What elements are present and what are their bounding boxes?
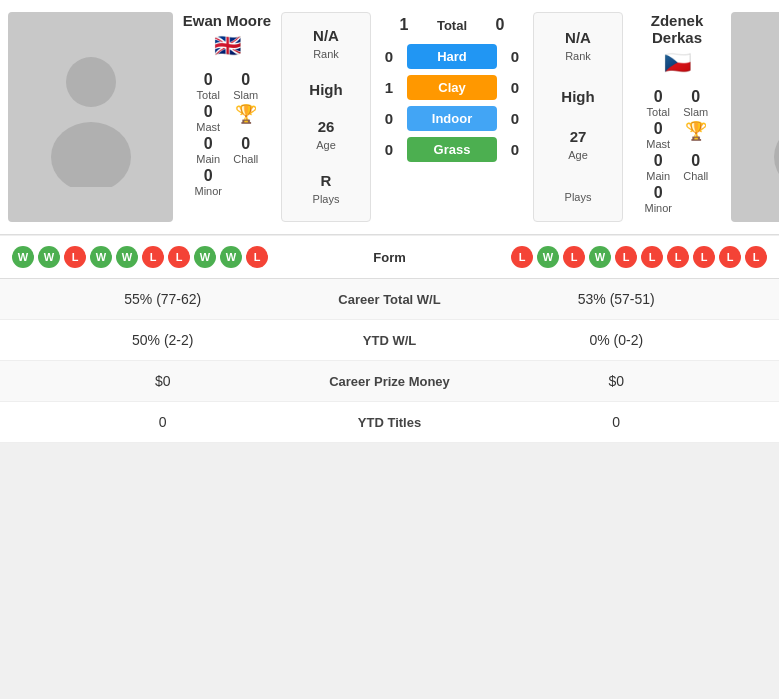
left-age-stat: 26 Age [316,118,336,153]
left-chall-label: Chall [233,153,258,165]
stats-left-0: 55% (77-62) [16,291,310,307]
surface-row-indoor: 0 Indoor 0 [379,106,525,131]
stats-right-2: $0 [470,373,764,389]
left-slam-label: Slam [233,89,258,101]
right-total-value: 0 [654,88,663,106]
surface-right-score: 0 [505,110,525,127]
left-total-label: Total [197,89,220,101]
stats-left-1: 50% (2-2) [16,332,310,348]
left-form-badge-9: L [246,246,268,268]
left-rank-value: N/A [313,27,339,44]
right-minor-cell: 0 Minor [644,184,672,214]
right-player-name: Zdenek Derkas [631,12,723,46]
right-player-info: Zdenek Derkas 🇨🇿 0 Total 0 Slam 0 Mast 🏆 [627,12,727,222]
left-middle-stats: N/A Rank High 26 Age R Plays [281,12,371,222]
right-age-stat: 27 Age [568,128,588,163]
svg-point-0 [66,57,116,107]
right-main-cell: 0 Main [644,152,672,182]
right-form-badge-0: L [511,246,533,268]
right-form-badge-2: L [563,246,585,268]
stats-row-3: 0 YTD Titles 0 [0,402,779,443]
right-mast-value: 0 [654,120,663,138]
left-age-label: Age [316,139,336,151]
left-player-info: Ewan Moore 🇬🇧 0 Total 0 Slam 0 Mast 🏆 [177,12,277,222]
right-chall-label: Chall [683,170,708,182]
left-form-badge-6: L [168,246,190,268]
stats-left-2: $0 [16,373,310,389]
right-total-cell: 0 Total [644,88,672,118]
stats-table: 55% (77-62) Career Total W/L 53% (57-51)… [0,279,779,443]
right-rank-value: N/A [565,29,591,46]
left-form-badge-0: W [12,246,34,268]
surface-row-hard: 0 Hard 0 [379,44,525,69]
stats-label-2: Career Prize Money [310,374,470,389]
left-player-stats-grid: 0 Total 0 Slam 0 Mast 🏆 0 Main [194,71,259,197]
left-main-label: Main [196,153,220,165]
right-main-value: 0 [654,152,663,170]
left-minor-cell: 0 Minor [194,167,222,197]
left-form-badge-3: W [90,246,112,268]
left-rank-label: Rank [313,48,339,60]
surface-right-score: 0 [505,48,525,65]
stats-label-1: YTD W/L [310,333,470,348]
right-form-badge-7: L [693,246,715,268]
left-form-badge-4: W [116,246,138,268]
right-high-value: High [561,88,594,105]
left-mast-label: Mast [196,121,220,133]
svg-point-3 [774,122,780,187]
surface-left-score: 0 [379,110,399,127]
left-form-badge-1: W [38,246,60,268]
left-trophy-icon: 🏆 [235,103,257,125]
left-total-value: 0 [204,71,213,89]
left-total-score: 1 [394,16,414,34]
surface-rows: 0 Hard 0 1 Clay 0 0 Indoor 0 0 Grass 0 [379,44,525,162]
right-rank-label: Rank [565,50,591,62]
stats-label-3: YTD Titles [310,415,470,430]
right-age-label: Age [568,149,588,161]
left-form-badge-8: W [220,246,242,268]
left-total-cell: 0 Total [194,71,222,101]
right-total-label: Total [647,106,670,118]
left-minor-value: 0 [204,167,213,185]
total-label: Total [422,18,482,33]
surface-row-clay: 1 Clay 0 [379,75,525,100]
left-main-cell-empty: 0 Main [194,135,222,165]
stats-right-1: 0% (0-2) [470,332,764,348]
form-section: WWLWWLLWWL Form LWLWLLLLLL [0,235,779,279]
stats-right-3: 0 [470,414,764,430]
stats-row-0: 55% (77-62) Career Total W/L 53% (57-51) [0,279,779,320]
right-form-badge-1: W [537,246,559,268]
right-form-badge-9: L [745,246,767,268]
right-chall-cell: 0 Chall [682,152,710,182]
left-player-name: Ewan Moore [183,12,271,29]
right-chall-value: 0 [691,152,700,170]
left-form-badge-2: L [64,246,86,268]
right-player-flag: 🇨🇿 [664,50,691,76]
left-main-value: 0 [204,135,213,153]
right-middle-stats: N/A Rank High 27 Age Plays [533,12,623,222]
right-main-label: Main [646,170,670,182]
left-slam-value: 0 [241,71,250,89]
left-rank-stat: N/A Rank [313,27,339,62]
right-minor-label: Minor [644,202,672,214]
right-form-badge-5: L [641,246,663,268]
top-section: Ewan Moore 🇬🇧 0 Total 0 Slam 0 Mast 🏆 [0,0,779,235]
right-total-score: 0 [490,16,510,34]
left-minor-label: Minor [194,185,222,197]
surface-badge-hard: Hard [407,44,497,69]
svg-point-1 [51,122,131,187]
right-player-photo [731,12,779,222]
stats-row-2: $0 Career Prize Money $0 [0,361,779,402]
right-form-badge-3: W [589,246,611,268]
right-trophy-icon: 🏆 [685,120,707,142]
right-slam-label: Slam [683,106,708,118]
left-chall-cell: 0 Chall [232,135,260,165]
surface-left-score: 1 [379,79,399,96]
left-form-badge-7: W [194,246,216,268]
left-plays-label: Plays [313,193,340,205]
left-mast-cell: 0 Mast [194,103,222,133]
surface-left-score: 0 [379,48,399,65]
main-container: Ewan Moore 🇬🇧 0 Total 0 Slam 0 Mast 🏆 [0,0,779,443]
right-plays-label: Plays [565,191,592,203]
right-mast-label: Mast [646,138,670,150]
